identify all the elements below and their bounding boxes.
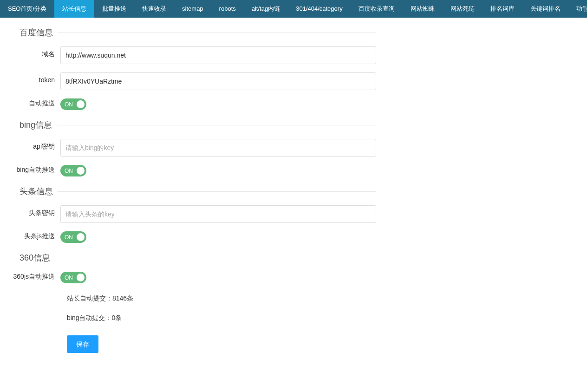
switch-360-jsautopush-state: ON (65, 274, 73, 281)
nav-item-seo-home[interactable]: SEO首页/分类 (0, 0, 54, 18)
nav-item-batch-push[interactable]: 批量推送 (94, 0, 134, 18)
fieldset-360: 360信息 360js自动推送 ON 站长自动提交：8146条 bing自动提交… (9, 252, 376, 353)
row-bing-key: api密钥 (9, 139, 376, 157)
label-domain: 域名 (9, 46, 60, 59)
nav-item-license[interactable]: 功能授权 (568, 0, 587, 18)
legend-360: 360信息 (9, 252, 55, 263)
nav-item-rank-db[interactable]: 排名词库 (483, 0, 522, 18)
switch-toutiao-jspush[interactable]: ON (60, 231, 86, 243)
input-bing-key[interactable] (60, 139, 376, 157)
label-360-jsautopush: 360js自动推送 (9, 272, 60, 281)
nav-item-baidu-index[interactable]: 百度收录查询 (351, 0, 403, 18)
legend-toutiao: 头条信息 (9, 186, 58, 197)
label-token: token (9, 72, 60, 84)
input-domain[interactable] (60, 46, 376, 64)
switch-baidu-autopush[interactable]: ON (60, 98, 86, 110)
nav-item-keyword-rank[interactable]: 关键词排名 (522, 0, 568, 18)
stat-zhanzhang: 站长自动提交：8146条 (60, 294, 376, 303)
nav-item-fast-index[interactable]: 快速收录 (134, 0, 174, 18)
label-bing-key: api密钥 (9, 139, 60, 151)
row-token: token (9, 72, 376, 90)
switch-bing-autopush-state: ON (65, 168, 73, 174)
row-bing-autopush: bing自动推送 ON (9, 165, 376, 176)
nav-item-301-404[interactable]: 301/404/category (288, 0, 350, 18)
row-toutiao-key: 头条密钥 (9, 205, 376, 223)
switch-bing-autopush[interactable]: ON (60, 165, 86, 176)
nav-item-spider[interactable]: 网站蜘蛛 (403, 0, 443, 18)
content: 百度信息 域名 token 自动推送 ON bing信息 (0, 18, 385, 372)
fieldset-toutiao: 头条信息 头条密钥 头条js推送 ON (9, 186, 376, 243)
label-bing-autopush: bing自动推送 (9, 165, 60, 174)
nav-item-alt-tag[interactable]: alt/tag内链 (244, 0, 288, 18)
row-360-jsautopush: 360js自动推送 ON (9, 272, 376, 283)
switch-baidu-autopush-state: ON (65, 101, 73, 108)
stat-bing: bing自动提交：0条 (60, 314, 376, 322)
top-nav: SEO首页/分类 站长信息 批量推送 快速收录 sitemap robots a… (0, 0, 587, 18)
nav-item-webmaster-info[interactable]: 站长信息 (54, 0, 94, 18)
label-baidu-autopush: 自动推送 (9, 98, 60, 108)
input-toutiao-key[interactable] (60, 205, 376, 223)
stat-zhanzhang-text: 站长自动提交：8146条 (67, 294, 133, 302)
label-toutiao-jspush: 头条js推送 (9, 231, 60, 241)
nav-item-sitemap[interactable]: sitemap (174, 0, 211, 18)
save-button[interactable]: 保存 (67, 335, 98, 353)
stat-bing-text: bing自动提交：0条 (67, 314, 122, 321)
row-toutiao-jspush: 头条js推送 ON (9, 231, 376, 243)
switch-toutiao-jspush-state: ON (65, 234, 73, 241)
submit-row: 保存 (60, 335, 376, 353)
nav-item-robots[interactable]: robots (211, 0, 244, 18)
legend-baidu: 百度信息 (9, 27, 58, 38)
switch-knob-icon (77, 233, 85, 241)
legend-bing: bing信息 (9, 119, 57, 131)
switch-knob-icon (77, 274, 85, 281)
switch-knob-icon (77, 167, 85, 175)
row-baidu-autopush: 自动推送 ON (9, 98, 376, 110)
input-token[interactable] (60, 72, 376, 90)
switch-360-jsautopush[interactable]: ON (60, 272, 86, 283)
label-toutiao-key: 头条密钥 (9, 205, 60, 217)
switch-knob-icon (77, 100, 85, 108)
fieldset-bing: bing信息 api密钥 bing自动推送 ON (9, 119, 376, 176)
fieldset-baidu: 百度信息 域名 token 自动推送 ON (9, 27, 376, 110)
row-domain: 域名 (9, 46, 376, 64)
nav-item-deadlinks[interactable]: 网站死链 (443, 0, 483, 18)
